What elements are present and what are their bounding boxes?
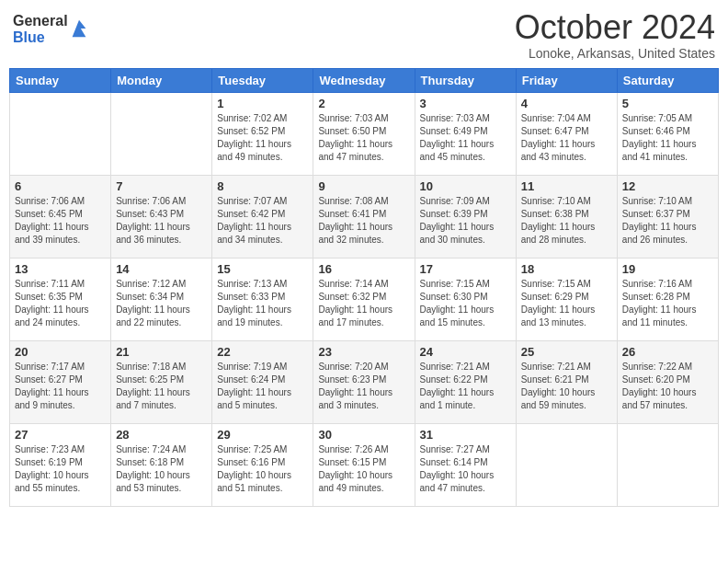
- day-info: Sunrise: 7:05 AM Sunset: 6:46 PM Dayligh…: [622, 112, 713, 164]
- day-info: Sunrise: 7:17 AM Sunset: 6:27 PM Dayligh…: [15, 361, 106, 412]
- logo: General Blue: [13, 13, 88, 45]
- day-number: 6: [15, 179, 106, 193]
- day-number: 28: [116, 428, 207, 442]
- calendar-week-4: 20Sunrise: 7:17 AM Sunset: 6:27 PM Dayli…: [10, 340, 719, 423]
- calendar-cell: 11Sunrise: 7:10 AM Sunset: 6:38 PM Dayli…: [516, 175, 617, 258]
- calendar-cell: 21Sunrise: 7:18 AM Sunset: 6:25 PM Dayli…: [111, 340, 212, 423]
- calendar-cell: 27Sunrise: 7:23 AM Sunset: 6:19 PM Dayli…: [10, 423, 111, 506]
- month-title: October 2024: [515, 9, 715, 46]
- day-info: Sunrise: 7:11 AM Sunset: 6:35 PM Dayligh…: [15, 278, 106, 329]
- calendar-cell: 19Sunrise: 7:16 AM Sunset: 6:28 PM Dayli…: [617, 258, 718, 340]
- day-number: 9: [318, 179, 409, 193]
- day-header-thursday: Thursday: [415, 68, 516, 92]
- day-number: 22: [217, 345, 308, 359]
- day-number: 19: [622, 262, 713, 276]
- day-number: 25: [521, 345, 612, 359]
- day-info: Sunrise: 7:15 AM Sunset: 6:30 PM Dayligh…: [420, 278, 511, 329]
- calendar-cell: 15Sunrise: 7:13 AM Sunset: 6:33 PM Dayli…: [212, 258, 313, 340]
- day-header-sunday: Sunday: [10, 68, 111, 92]
- day-header-saturday: Saturday: [617, 68, 718, 92]
- calendar-cell: 24Sunrise: 7:21 AM Sunset: 6:22 PM Dayli…: [415, 340, 516, 423]
- day-number: 12: [622, 179, 713, 193]
- calendar-week-2: 6Sunrise: 7:06 AM Sunset: 6:45 PM Daylig…: [10, 175, 719, 258]
- day-number: 7: [116, 179, 207, 193]
- calendar-cell: 31Sunrise: 7:27 AM Sunset: 6:14 PM Dayli…: [415, 423, 516, 506]
- day-info: Sunrise: 7:21 AM Sunset: 6:21 PM Dayligh…: [521, 361, 612, 412]
- calendar-cell: 28Sunrise: 7:24 AM Sunset: 6:18 PM Dayli…: [111, 423, 212, 506]
- day-info: Sunrise: 7:16 AM Sunset: 6:28 PM Dayligh…: [622, 278, 713, 329]
- day-number: 13: [15, 262, 106, 276]
- calendar-cell: 8Sunrise: 7:07 AM Sunset: 6:42 PM Daylig…: [212, 175, 313, 258]
- day-info: Sunrise: 7:06 AM Sunset: 6:43 PM Dayligh…: [116, 195, 207, 247]
- location: Lonoke, Arkansas, United States: [515, 46, 715, 61]
- day-info: Sunrise: 7:03 AM Sunset: 6:50 PM Dayligh…: [318, 112, 409, 164]
- day-header-friday: Friday: [516, 68, 617, 92]
- day-number: 10: [420, 179, 511, 193]
- day-info: Sunrise: 7:20 AM Sunset: 6:23 PM Dayligh…: [318, 361, 409, 412]
- day-number: 21: [116, 345, 207, 359]
- title-section: October 2024 Lonoke, Arkansas, United St…: [515, 9, 715, 61]
- calendar-cell: 1Sunrise: 7:02 AM Sunset: 6:52 PM Daylig…: [212, 92, 313, 175]
- calendar-week-5: 27Sunrise: 7:23 AM Sunset: 6:19 PM Dayli…: [10, 423, 719, 506]
- day-info: Sunrise: 7:07 AM Sunset: 6:42 PM Dayligh…: [217, 195, 308, 247]
- day-number: 11: [521, 179, 612, 193]
- day-number: 27: [15, 428, 106, 442]
- calendar-cell: 16Sunrise: 7:14 AM Sunset: 6:32 PM Dayli…: [313, 258, 415, 340]
- day-info: Sunrise: 7:26 AM Sunset: 6:15 PM Dayligh…: [318, 443, 409, 495]
- calendar-cell: [617, 423, 718, 506]
- svg-marker-0: [72, 19, 85, 36]
- day-info: Sunrise: 7:03 AM Sunset: 6:49 PM Dayligh…: [420, 112, 511, 164]
- calendar-cell: 4Sunrise: 7:04 AM Sunset: 6:47 PM Daylig…: [516, 92, 617, 175]
- day-number: 17: [420, 262, 511, 276]
- page-header: General Blue October 2024 Lonoke, Arkans…: [9, 9, 719, 61]
- day-info: Sunrise: 7:04 AM Sunset: 6:47 PM Dayligh…: [521, 112, 612, 164]
- day-info: Sunrise: 7:15 AM Sunset: 6:29 PM Dayligh…: [521, 278, 612, 329]
- day-number: 3: [420, 97, 511, 110]
- day-number: 14: [116, 262, 207, 276]
- day-info: Sunrise: 7:12 AM Sunset: 6:34 PM Dayligh…: [116, 278, 207, 329]
- calendar-table: SundayMondayTuesdayWednesdayThursdayFrid…: [9, 68, 719, 507]
- day-number: 30: [318, 428, 409, 442]
- day-info: Sunrise: 7:18 AM Sunset: 6:25 PM Dayligh…: [116, 361, 207, 412]
- day-number: 8: [217, 179, 308, 193]
- day-number: 20: [15, 345, 106, 359]
- calendar-cell: 3Sunrise: 7:03 AM Sunset: 6:49 PM Daylig…: [415, 92, 516, 175]
- calendar-cell: 6Sunrise: 7:06 AM Sunset: 6:45 PM Daylig…: [10, 175, 111, 258]
- logo-general: General: [13, 13, 68, 29]
- day-number: 26: [622, 345, 713, 359]
- day-info: Sunrise: 7:06 AM Sunset: 6:45 PM Dayligh…: [15, 195, 106, 247]
- calendar-cell: 12Sunrise: 7:10 AM Sunset: 6:37 PM Dayli…: [617, 175, 718, 258]
- day-info: Sunrise: 7:22 AM Sunset: 6:20 PM Dayligh…: [622, 361, 713, 412]
- calendar-cell: 9Sunrise: 7:08 AM Sunset: 6:41 PM Daylig…: [313, 175, 415, 258]
- calendar-week-3: 13Sunrise: 7:11 AM Sunset: 6:35 PM Dayli…: [10, 258, 719, 340]
- calendar-cell: [10, 92, 111, 175]
- day-info: Sunrise: 7:13 AM Sunset: 6:33 PM Dayligh…: [217, 278, 308, 329]
- calendar-cell: 30Sunrise: 7:26 AM Sunset: 6:15 PM Dayli…: [313, 423, 415, 506]
- calendar-cell: 23Sunrise: 7:20 AM Sunset: 6:23 PM Dayli…: [313, 340, 415, 423]
- day-info: Sunrise: 7:02 AM Sunset: 6:52 PM Dayligh…: [217, 112, 308, 164]
- day-info: Sunrise: 7:08 AM Sunset: 6:41 PM Dayligh…: [318, 195, 409, 247]
- day-number: 24: [420, 345, 511, 359]
- day-header-wednesday: Wednesday: [313, 68, 415, 92]
- calendar-cell: 18Sunrise: 7:15 AM Sunset: 6:29 PM Dayli…: [516, 258, 617, 340]
- calendar-cell: 2Sunrise: 7:03 AM Sunset: 6:50 PM Daylig…: [313, 92, 415, 175]
- day-info: Sunrise: 7:10 AM Sunset: 6:37 PM Dayligh…: [622, 195, 713, 247]
- day-number: 1: [217, 97, 308, 110]
- day-header-tuesday: Tuesday: [212, 68, 313, 92]
- calendar-cell: 14Sunrise: 7:12 AM Sunset: 6:34 PM Dayli…: [111, 258, 212, 340]
- calendar-cell: 5Sunrise: 7:05 AM Sunset: 6:46 PM Daylig…: [617, 92, 718, 175]
- day-info: Sunrise: 7:09 AM Sunset: 6:39 PM Dayligh…: [420, 195, 511, 247]
- calendar-cell: [111, 92, 212, 175]
- day-number: 23: [318, 345, 409, 359]
- calendar-cell: 22Sunrise: 7:19 AM Sunset: 6:24 PM Dayli…: [212, 340, 313, 423]
- calendar-cell: 17Sunrise: 7:15 AM Sunset: 6:30 PM Dayli…: [415, 258, 516, 340]
- day-header-monday: Monday: [111, 68, 212, 92]
- day-number: 4: [521, 97, 612, 110]
- logo-blue: Blue: [13, 29, 68, 46]
- calendar-cell: [516, 423, 617, 506]
- day-number: 15: [217, 262, 308, 276]
- day-info: Sunrise: 7:24 AM Sunset: 6:18 PM Dayligh…: [116, 443, 207, 495]
- calendar-cell: 25Sunrise: 7:21 AM Sunset: 6:21 PM Dayli…: [516, 340, 617, 423]
- day-info: Sunrise: 7:19 AM Sunset: 6:24 PM Dayligh…: [217, 361, 308, 412]
- calendar-cell: 29Sunrise: 7:25 AM Sunset: 6:16 PM Dayli…: [212, 423, 313, 506]
